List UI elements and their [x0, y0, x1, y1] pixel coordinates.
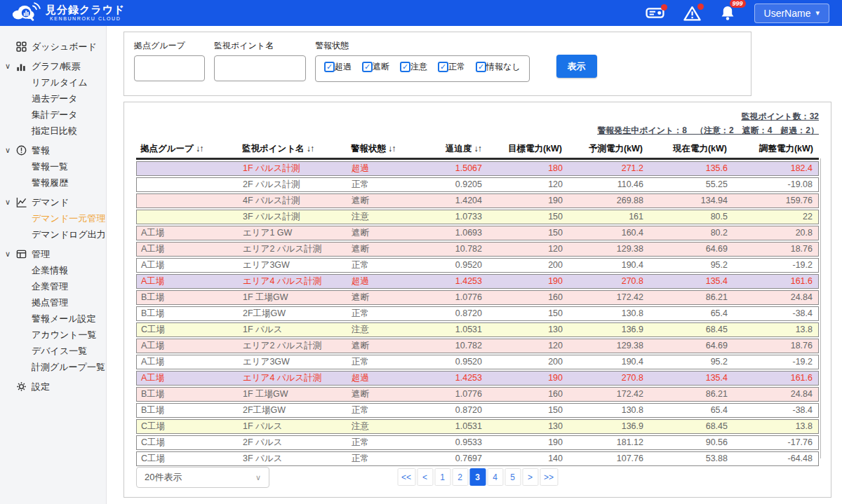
table-row[interactable]: B工場2F工場GW正常0.8720150130.865.4-38.4 — [136, 306, 819, 321]
table-row[interactable]: 2F パルス計測正常0.9205120110.4655.25-19.08 — [136, 177, 819, 192]
table-cell: 1.0776 — [428, 292, 488, 302]
pagination-button[interactable]: 5 — [504, 468, 521, 486]
pagination-button[interactable]: > — [522, 468, 538, 486]
sort-icon[interactable]: ↓↑ — [388, 144, 396, 154]
alarm-status-checkbox[interactable]: ✓注意 — [400, 61, 427, 73]
table-cell: エリア2 パルス計測 — [239, 243, 347, 255]
main-content: 拠点グループ 監視ポイント名 警報状態 ✓超過✓遮断✓注意✓正常✓情報なし 表示… — [107, 26, 842, 504]
table-row[interactable]: 1F パルス計測超過1.5067180271.2135.6182.4 — [136, 161, 819, 176]
sidebar-item[interactable]: 警報履歴 — [0, 175, 106, 191]
table-row[interactable]: A工場エリア4 パルス計測超過1.4253190270.8135.4161.6 — [136, 274, 819, 289]
table-row[interactable]: A工場エリア1 GW遮断1.0693150160.480.220.8 — [136, 226, 819, 240]
table-cell: 200 — [488, 260, 568, 270]
pagination-button[interactable]: 4 — [487, 468, 503, 486]
sidebar-item[interactable]: 指定日比較 — [0, 123, 106, 139]
sidebar-item[interactable]: 警報メール設定 — [0, 311, 106, 327]
table-row[interactable]: B工場2F工場GW正常0.8720150130.865.4-38.4 — [136, 403, 819, 418]
table-cell: 136.9 — [568, 421, 649, 431]
warning-icon[interactable] — [683, 6, 701, 21]
table-scrollbar[interactable] — [820, 158, 824, 458]
alarm-status-checkbox[interactable]: ✓遮断 — [362, 61, 389, 73]
table-row[interactable]: A工場エリア2 パルス計測遮断10.782120129.3864.6918.76 — [136, 242, 819, 257]
column-header-label: 拠点グループ — [140, 144, 194, 154]
alarm-status-checkbox[interactable]: ✓超過 — [324, 61, 352, 73]
sidebar-item[interactable]: デバイス一覧 — [0, 343, 106, 359]
column-header[interactable]: 警報状態↓↑ — [347, 143, 427, 155]
table-row[interactable]: A工場エリア2 パルス計測遮断10.782120129.3864.6918.76 — [136, 339, 819, 353]
sidebar-item[interactable]: 拠点管理 — [0, 294, 106, 311]
sidebar-item[interactable]: 過去データ — [0, 90, 106, 107]
chevron-down-icon: ∨ — [255, 473, 261, 482]
sort-icon[interactable]: ↓↑ — [307, 144, 314, 154]
device-status-icon[interactable] — [646, 6, 664, 20]
chevron-down-icon[interactable]: ∨ — [5, 146, 16, 155]
sidebar-item[interactable]: ∨警報 — [0, 142, 106, 158]
sidebar-item[interactable]: デマンド一元管理 — [0, 210, 106, 226]
pagination-button[interactable]: < — [417, 468, 433, 486]
pagination-button[interactable]: 2 — [452, 468, 468, 486]
pagination-button[interactable]: 1 — [434, 468, 450, 486]
table-row[interactable]: C工場3F パルス正常0.7697140107.7653.88-64.48 — [136, 451, 819, 466]
column-header[interactable]: 拠点グループ↓↑ — [136, 143, 238, 155]
pagination-button[interactable]: << — [397, 468, 415, 486]
site-group-input[interactable] — [134, 55, 205, 81]
sidebar-item[interactable]: ダッシュボード — [0, 39, 106, 55]
table-row[interactable]: B工場1F 工場GW遮断1.0776160172.4286.2124.84 — [136, 387, 819, 402]
sidebar-item[interactable]: 警報一覧 — [0, 158, 106, 175]
pagination-button[interactable]: >> — [540, 468, 558, 486]
sidebar-item[interactable]: ∨管理 — [0, 246, 106, 262]
page-size-select[interactable]: 20件表示 ∨ — [136, 467, 269, 488]
table-row[interactable]: A工場エリア3GW正常0.9520200190.495.2-19.2 — [136, 258, 819, 273]
sidebar-item[interactable]: ∨デマンド — [0, 194, 106, 210]
table-cell: 注意 — [347, 324, 428, 336]
table-cell: -19.2 — [733, 260, 818, 270]
table-cell: 95.2 — [649, 357, 733, 367]
table-cell: 注意 — [347, 211, 428, 223]
table-row[interactable]: 4F パルス計測遮断1.4204190269.88134.94159.76 — [136, 193, 819, 208]
sidebar-item[interactable]: 企業管理 — [0, 278, 106, 294]
user-menu-button[interactable]: UserName ▾ — [754, 4, 829, 23]
checkbox-checked-icon[interactable]: ✓ — [438, 62, 448, 72]
bell-icon[interactable]: 999 — [720, 5, 735, 21]
column-header[interactable]: 監視ポイント名↓↑ — [238, 143, 347, 155]
point-name-input[interactable] — [214, 55, 306, 81]
sidebar-item[interactable]: 設定 — [0, 379, 106, 395]
pagination-button[interactable]: 3 — [469, 468, 486, 486]
table-cell: 181.12 — [568, 437, 649, 447]
sidebar-item[interactable]: アカウント一覧 — [0, 327, 106, 343]
checkbox-label: 情報なし — [486, 62, 521, 71]
table-cell: 190 — [488, 196, 568, 205]
sidebar-item[interactable]: リアルタイム — [0, 74, 106, 90]
sort-icon[interactable]: ↓↑ — [196, 144, 203, 154]
checkbox-checked-icon[interactable]: ✓ — [400, 62, 410, 72]
table-cell: 超過 — [347, 163, 428, 175]
sidebar-item[interactable]: 集計データ — [0, 107, 106, 123]
table-row[interactable]: A工場エリア3GW正常0.9520200190.495.2-19.2 — [136, 355, 819, 369]
column-header[interactable]: 逼迫度↓↑ — [427, 143, 487, 155]
table-cell: 1F パルス — [239, 421, 347, 433]
alarm-status-checkbox[interactable]: ✓情報なし — [476, 61, 521, 73]
chevron-down-icon[interactable]: ∨ — [5, 250, 16, 259]
sidebar-item[interactable]: 計測グループ一覧 — [0, 359, 106, 375]
table-row[interactable]: A工場エリア4 パルス計測超過1.4253190270.8135.4161.6 — [136, 371, 819, 386]
table-cell: 1.4253 — [428, 373, 488, 383]
sidebar-item[interactable]: デマンドログ出力 — [0, 226, 106, 243]
table-row[interactable]: 3F パルス計測注意1.073315016180.522 — [136, 210, 819, 224]
chevron-down-icon[interactable]: ∨ — [5, 198, 16, 207]
table-row[interactable]: C工場1F パルス注意1.0531130136.968.4513.8 — [136, 322, 819, 337]
checkbox-checked-icon[interactable]: ✓ — [362, 62, 373, 72]
checkbox-checked-icon[interactable]: ✓ — [476, 62, 486, 72]
table-cell: 130 — [488, 325, 568, 334]
table-row[interactable]: C工場1F パルス注意1.0531130136.968.4513.8 — [136, 419, 819, 434]
show-button[interactable]: 表示 — [556, 55, 597, 78]
table-cell: 遮断 — [347, 340, 428, 352]
chevron-down-icon[interactable]: ∨ — [5, 62, 16, 71]
table-row[interactable]: B工場1F 工場GW遮断1.0776160172.4286.2124.84 — [136, 290, 819, 305]
point-name-label: 監視ポイント名 — [214, 40, 306, 52]
checkbox-checked-icon[interactable]: ✓ — [324, 62, 335, 72]
sort-icon[interactable]: ↓↑ — [474, 144, 482, 154]
sidebar-item[interactable]: ∨グラフ/帳票 — [0, 58, 106, 74]
alarm-status-checkbox[interactable]: ✓正常 — [438, 61, 465, 73]
sidebar-item[interactable]: 企業情報 — [0, 262, 106, 278]
table-row[interactable]: C工場2F パルス正常0.9533190181.1290.56-17.76 — [136, 435, 819, 450]
